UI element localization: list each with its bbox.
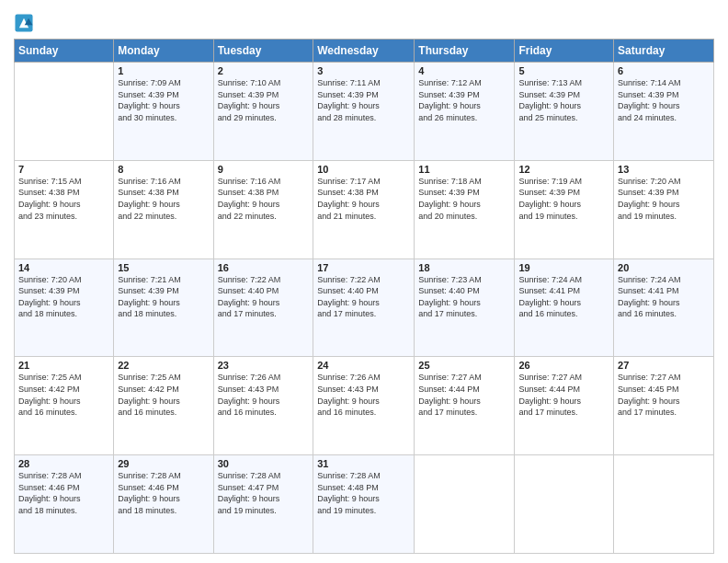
calendar-cell: 11Sunrise: 7:18 AM Sunset: 4:39 PM Dayli… <box>415 160 515 259</box>
day-info: Sunrise: 7:26 AM Sunset: 4:43 PM Dayligh… <box>218 372 310 418</box>
calendar-cell: 7Sunrise: 7:15 AM Sunset: 4:38 PM Daylig… <box>15 160 114 259</box>
day-info: Sunrise: 7:25 AM Sunset: 4:42 PM Dayligh… <box>18 372 109 418</box>
calendar-cell: 14Sunrise: 7:20 AM Sunset: 4:39 PM Dayli… <box>15 259 114 357</box>
calendar-cell: 12Sunrise: 7:19 AM Sunset: 4:39 PM Dayli… <box>515 160 614 259</box>
column-header-wednesday: Wednesday <box>313 40 415 63</box>
column-header-tuesday: Tuesday <box>213 40 313 63</box>
day-info: Sunrise: 7:25 AM Sunset: 4:42 PM Dayligh… <box>118 372 209 418</box>
day-number: 2 <box>218 65 310 76</box>
calendar-cell: 18Sunrise: 7:23 AM Sunset: 4:40 PM Dayli… <box>415 259 515 357</box>
calendar-cell: 6Sunrise: 7:14 AM Sunset: 4:39 PM Daylig… <box>614 63 714 161</box>
day-info: Sunrise: 7:17 AM Sunset: 4:38 PM Dayligh… <box>317 176 410 222</box>
logo <box>14 13 36 33</box>
day-number: 19 <box>518 262 609 273</box>
day-info: Sunrise: 7:11 AM Sunset: 4:39 PM Dayligh… <box>317 77 410 123</box>
calendar-cell: 25Sunrise: 7:27 AM Sunset: 4:44 PM Dayli… <box>415 357 515 455</box>
day-number: 6 <box>618 65 710 76</box>
day-number: 26 <box>518 360 609 371</box>
day-info: Sunrise: 7:09 AM Sunset: 4:39 PM Dayligh… <box>118 77 209 123</box>
day-number: 30 <box>218 458 310 469</box>
day-number: 27 <box>618 360 710 371</box>
day-number: 5 <box>518 65 609 76</box>
calendar-cell: 26Sunrise: 7:27 AM Sunset: 4:44 PM Dayli… <box>515 357 614 455</box>
day-info: Sunrise: 7:22 AM Sunset: 4:40 PM Dayligh… <box>317 274 410 320</box>
calendar-cell: 16Sunrise: 7:22 AM Sunset: 4:40 PM Dayli… <box>213 259 313 357</box>
day-info: Sunrise: 7:13 AM Sunset: 4:39 PM Dayligh… <box>518 77 609 123</box>
day-number: 24 <box>317 360 410 371</box>
calendar-cell <box>15 63 114 161</box>
day-info: Sunrise: 7:19 AM Sunset: 4:39 PM Dayligh… <box>518 176 609 222</box>
calendar-cell: 4Sunrise: 7:12 AM Sunset: 4:39 PM Daylig… <box>415 63 515 161</box>
day-number: 4 <box>418 65 510 76</box>
day-info: Sunrise: 7:14 AM Sunset: 4:39 PM Dayligh… <box>618 77 710 123</box>
day-info: Sunrise: 7:23 AM Sunset: 4:40 PM Dayligh… <box>418 274 510 320</box>
calendar-cell: 9Sunrise: 7:16 AM Sunset: 4:38 PM Daylig… <box>213 160 313 259</box>
day-number: 18 <box>418 262 510 273</box>
column-header-saturday: Saturday <box>614 40 714 63</box>
day-number: 15 <box>118 262 209 273</box>
day-info: Sunrise: 7:27 AM Sunset: 4:45 PM Dayligh… <box>618 372 710 418</box>
calendar-cell: 15Sunrise: 7:21 AM Sunset: 4:39 PM Dayli… <box>114 259 213 357</box>
calendar-table: SundayMondayTuesdayWednesdayThursdayFrid… <box>14 39 714 554</box>
calendar-cell: 5Sunrise: 7:13 AM Sunset: 4:39 PM Daylig… <box>515 63 614 161</box>
week-row-1: 1Sunrise: 7:09 AM Sunset: 4:39 PM Daylig… <box>15 63 714 161</box>
day-info: Sunrise: 7:18 AM Sunset: 4:39 PM Dayligh… <box>418 176 510 222</box>
day-number: 1 <box>118 65 209 76</box>
day-number: 14 <box>18 262 109 273</box>
calendar-cell <box>515 455 614 554</box>
calendar-cell: 3Sunrise: 7:11 AM Sunset: 4:39 PM Daylig… <box>313 63 415 161</box>
calendar-cell: 30Sunrise: 7:28 AM Sunset: 4:47 PM Dayli… <box>213 455 313 554</box>
day-number: 16 <box>218 262 310 273</box>
day-info: Sunrise: 7:20 AM Sunset: 4:39 PM Dayligh… <box>618 176 710 222</box>
header <box>14 9 714 33</box>
day-number: 17 <box>317 262 410 273</box>
day-info: Sunrise: 7:28 AM Sunset: 4:48 PM Dayligh… <box>317 470 410 516</box>
day-info: Sunrise: 7:16 AM Sunset: 4:38 PM Dayligh… <box>118 176 209 222</box>
day-number: 29 <box>118 458 209 469</box>
column-header-friday: Friday <box>515 40 614 63</box>
day-number: 20 <box>618 262 710 273</box>
calendar-cell: 31Sunrise: 7:28 AM Sunset: 4:48 PM Dayli… <box>313 455 415 554</box>
day-info: Sunrise: 7:26 AM Sunset: 4:43 PM Dayligh… <box>317 372 410 418</box>
day-number: 10 <box>317 164 410 175</box>
calendar-cell: 27Sunrise: 7:27 AM Sunset: 4:45 PM Dayli… <box>614 357 714 455</box>
day-info: Sunrise: 7:20 AM Sunset: 4:39 PM Dayligh… <box>18 274 109 320</box>
calendar-cell: 13Sunrise: 7:20 AM Sunset: 4:39 PM Dayli… <box>614 160 714 259</box>
day-number: 25 <box>418 360 510 371</box>
page: SundayMondayTuesdayWednesdayThursdayFrid… <box>0 0 728 563</box>
day-info: Sunrise: 7:28 AM Sunset: 4:47 PM Dayligh… <box>218 470 310 516</box>
day-info: Sunrise: 7:22 AM Sunset: 4:40 PM Dayligh… <box>218 274 310 320</box>
calendar-cell: 24Sunrise: 7:26 AM Sunset: 4:43 PM Dayli… <box>313 357 415 455</box>
day-number: 21 <box>18 360 109 371</box>
day-number: 23 <box>218 360 310 371</box>
day-number: 3 <box>317 65 410 76</box>
week-row-3: 14Sunrise: 7:20 AM Sunset: 4:39 PM Dayli… <box>15 259 714 357</box>
calendar-cell: 1Sunrise: 7:09 AM Sunset: 4:39 PM Daylig… <box>114 63 213 161</box>
day-info: Sunrise: 7:27 AM Sunset: 4:44 PM Dayligh… <box>418 372 510 418</box>
column-header-monday: Monday <box>114 40 213 63</box>
day-number: 22 <box>118 360 209 371</box>
calendar-cell: 8Sunrise: 7:16 AM Sunset: 4:38 PM Daylig… <box>114 160 213 259</box>
day-number: 31 <box>317 458 410 469</box>
column-header-sunday: Sunday <box>15 40 114 63</box>
day-number: 9 <box>218 164 310 175</box>
calendar-cell: 10Sunrise: 7:17 AM Sunset: 4:38 PM Dayli… <box>313 160 415 259</box>
calendar-cell <box>614 455 714 554</box>
day-info: Sunrise: 7:28 AM Sunset: 4:46 PM Dayligh… <box>118 470 209 516</box>
day-number: 13 <box>618 164 710 175</box>
day-info: Sunrise: 7:10 AM Sunset: 4:39 PM Dayligh… <box>218 77 310 123</box>
calendar-cell: 21Sunrise: 7:25 AM Sunset: 4:42 PM Dayli… <box>15 357 114 455</box>
calendar-cell: 19Sunrise: 7:24 AM Sunset: 4:41 PM Dayli… <box>515 259 614 357</box>
calendar-cell <box>415 455 515 554</box>
calendar-cell: 28Sunrise: 7:28 AM Sunset: 4:46 PM Dayli… <box>15 455 114 554</box>
week-row-2: 7Sunrise: 7:15 AM Sunset: 4:38 PM Daylig… <box>15 160 714 259</box>
day-info: Sunrise: 7:15 AM Sunset: 4:38 PM Dayligh… <box>18 176 109 222</box>
day-number: 7 <box>18 164 109 175</box>
day-info: Sunrise: 7:16 AM Sunset: 4:38 PM Dayligh… <box>218 176 310 222</box>
day-info: Sunrise: 7:12 AM Sunset: 4:39 PM Dayligh… <box>418 77 510 123</box>
header-row: SundayMondayTuesdayWednesdayThursdayFrid… <box>15 40 714 63</box>
calendar-cell: 17Sunrise: 7:22 AM Sunset: 4:40 PM Dayli… <box>313 259 415 357</box>
day-info: Sunrise: 7:24 AM Sunset: 4:41 PM Dayligh… <box>518 274 609 320</box>
day-number: 28 <box>18 458 109 469</box>
logo-icon <box>14 13 34 33</box>
